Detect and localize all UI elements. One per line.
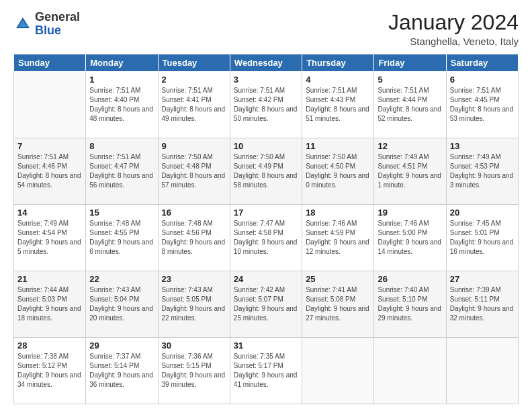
cell-w2-d1: 15Sunrise: 7:48 AMSunset: 4:55 PMDayligh… [86,205,158,271]
cell-w1-d6: 13Sunrise: 7:49 AMSunset: 4:53 PMDayligh… [446,138,518,205]
cell-w4-d5 [374,338,446,404]
cell-w4-d3: 31Sunrise: 7:35 AMSunset: 5:17 PMDayligh… [230,338,302,404]
header-sunday: Sunday [14,54,86,72]
title-block: January 2024 Stanghella, Veneto, Italy [388,11,519,47]
cell-w0-d1: 1Sunrise: 7:51 AMSunset: 4:40 PMDaylight… [86,72,158,138]
cell-w1-d0: 7Sunrise: 7:51 AMSunset: 4:46 PMDaylight… [14,138,86,205]
day-number-15: 15 [89,208,154,218]
cell-w3-d2: 23Sunrise: 7:43 AMSunset: 5:05 PMDayligh… [158,271,230,338]
cell-w4-d1: 29Sunrise: 7:37 AMSunset: 5:14 PMDayligh… [86,338,158,404]
cell-w4-d2: 30Sunrise: 7:36 AMSunset: 5:15 PMDayligh… [158,338,230,404]
day-number-19: 19 [378,208,442,218]
day-info-1: Sunrise: 7:51 AMSunset: 4:40 PMDaylight:… [89,86,154,124]
day-number-6: 6 [450,75,515,85]
week-row-2: 14Sunrise: 7:49 AMSunset: 4:54 PMDayligh… [14,205,519,271]
month-title: January 2024 [388,11,519,34]
day-info-7: Sunrise: 7:51 AMSunset: 4:46 PMDaylight:… [17,152,82,190]
header-saturday: Saturday [446,54,518,72]
day-number-14: 14 [17,208,82,218]
day-info-21: Sunrise: 7:44 AMSunset: 5:03 PMDaylight:… [17,285,82,323]
day-info-29: Sunrise: 7:37 AMSunset: 5:14 PMDaylight:… [89,352,154,390]
calendar-table: Sunday Monday Tuesday Wednesday Thursday… [13,54,519,404]
location-subtitle: Stanghella, Veneto, Italy [388,36,519,47]
header-wednesday: Wednesday [230,54,302,72]
day-number-5: 5 [378,75,442,85]
day-number-17: 17 [234,208,298,218]
cell-w3-d3: 24Sunrise: 7:42 AMSunset: 5:07 PMDayligh… [230,271,302,338]
day-number-20: 20 [450,208,515,218]
day-number-10: 10 [234,141,298,151]
week-row-4: 28Sunrise: 7:38 AMSunset: 5:12 PMDayligh… [14,338,519,404]
day-number-30: 30 [162,340,226,351]
page: General Blue January 2024 Stanghella, Ve… [0,0,532,411]
day-info-6: Sunrise: 7:51 AMSunset: 4:45 PMDaylight:… [450,86,515,124]
cell-w3-d4: 25Sunrise: 7:41 AMSunset: 5:08 PMDayligh… [302,271,374,338]
day-number-24: 24 [234,274,298,284]
cell-w2-d0: 14Sunrise: 7:49 AMSunset: 4:54 PMDayligh… [14,205,86,271]
cell-w1-d5: 12Sunrise: 7:49 AMSunset: 4:51 PMDayligh… [374,138,446,205]
cell-w4-d6 [446,338,518,404]
day-info-4: Sunrise: 7:51 AMSunset: 4:43 PMDaylight:… [306,86,370,124]
day-number-8: 8 [89,141,154,151]
cell-w3-d0: 21Sunrise: 7:44 AMSunset: 5:03 PMDayligh… [14,271,86,338]
week-row-1: 7Sunrise: 7:51 AMSunset: 4:46 PMDaylight… [14,138,519,205]
day-number-2: 2 [162,75,226,85]
cell-w3-d5: 26Sunrise: 7:40 AMSunset: 5:10 PMDayligh… [374,271,446,338]
header-thursday: Thursday [302,54,374,72]
header-tuesday: Tuesday [158,54,230,72]
day-number-22: 22 [89,274,154,284]
day-info-17: Sunrise: 7:47 AMSunset: 4:58 PMDaylight:… [234,219,298,257]
week-row-0: 1Sunrise: 7:51 AMSunset: 4:40 PMDaylight… [14,72,519,138]
day-number-16: 16 [162,208,226,218]
cell-w2-d2: 16Sunrise: 7:48 AMSunset: 4:56 PMDayligh… [158,205,230,271]
day-number-4: 4 [306,75,370,85]
day-info-11: Sunrise: 7:50 AMSunset: 4:50 PMDaylight:… [306,152,370,190]
day-number-18: 18 [306,208,370,218]
cell-w0-d4: 4Sunrise: 7:51 AMSunset: 4:43 PMDaylight… [302,72,374,138]
cell-w0-d0 [14,72,86,138]
cell-w3-d1: 22Sunrise: 7:43 AMSunset: 5:04 PMDayligh… [86,271,158,338]
cell-w1-d1: 8Sunrise: 7:51 AMSunset: 4:47 PMDaylight… [86,138,158,205]
day-info-10: Sunrise: 7:50 AMSunset: 4:49 PMDaylight:… [234,152,298,190]
day-number-21: 21 [17,274,82,284]
day-number-31: 31 [234,340,298,351]
logo-icon [13,15,32,34]
day-info-16: Sunrise: 7:48 AMSunset: 4:56 PMDaylight:… [162,219,226,257]
day-number-11: 11 [306,141,370,151]
day-info-25: Sunrise: 7:41 AMSunset: 5:08 PMDaylight:… [306,285,370,323]
logo-text: General Blue [35,11,80,38]
cell-w0-d3: 3Sunrise: 7:51 AMSunset: 4:42 PMDaylight… [230,72,302,138]
day-info-30: Sunrise: 7:36 AMSunset: 5:15 PMDaylight:… [162,352,226,390]
day-info-3: Sunrise: 7:51 AMSunset: 4:42 PMDaylight:… [234,86,298,124]
day-info-31: Sunrise: 7:35 AMSunset: 5:17 PMDaylight:… [234,352,298,390]
day-number-23: 23 [162,274,226,284]
cell-w3-d6: 27Sunrise: 7:39 AMSunset: 5:11 PMDayligh… [446,271,518,338]
header: General Blue January 2024 Stanghella, Ve… [13,11,519,47]
day-number-12: 12 [378,141,442,151]
day-number-29: 29 [89,340,154,351]
logo: General Blue [13,11,80,38]
cell-w2-d5: 19Sunrise: 7:46 AMSunset: 5:00 PMDayligh… [374,205,446,271]
day-number-28: 28 [17,340,82,351]
day-info-2: Sunrise: 7:51 AMSunset: 4:41 PMDaylight:… [162,86,226,124]
day-number-25: 25 [306,274,370,284]
cell-w2-d3: 17Sunrise: 7:47 AMSunset: 4:58 PMDayligh… [230,205,302,271]
day-info-14: Sunrise: 7:49 AMSunset: 4:54 PMDaylight:… [17,219,82,257]
day-info-19: Sunrise: 7:46 AMSunset: 5:00 PMDaylight:… [378,219,442,257]
cell-w4-d4 [302,338,374,404]
day-info-15: Sunrise: 7:48 AMSunset: 4:55 PMDaylight:… [89,219,154,257]
cell-w1-d3: 10Sunrise: 7:50 AMSunset: 4:49 PMDayligh… [230,138,302,205]
header-friday: Friday [374,54,446,72]
day-info-13: Sunrise: 7:49 AMSunset: 4:53 PMDaylight:… [450,152,515,190]
day-number-9: 9 [162,141,226,151]
cell-w0-d2: 2Sunrise: 7:51 AMSunset: 4:41 PMDaylight… [158,72,230,138]
day-info-9: Sunrise: 7:50 AMSunset: 4:48 PMDaylight:… [162,152,226,190]
day-number-13: 13 [450,141,515,151]
day-info-27: Sunrise: 7:39 AMSunset: 5:11 PMDaylight:… [450,285,515,323]
day-info-23: Sunrise: 7:43 AMSunset: 5:05 PMDaylight:… [162,285,226,323]
day-info-24: Sunrise: 7:42 AMSunset: 5:07 PMDaylight:… [234,285,298,323]
day-info-12: Sunrise: 7:49 AMSunset: 4:51 PMDaylight:… [378,152,442,190]
header-monday: Monday [86,54,158,72]
cell-w1-d4: 11Sunrise: 7:50 AMSunset: 4:50 PMDayligh… [302,138,374,205]
cell-w2-d6: 20Sunrise: 7:45 AMSunset: 5:01 PMDayligh… [446,205,518,271]
